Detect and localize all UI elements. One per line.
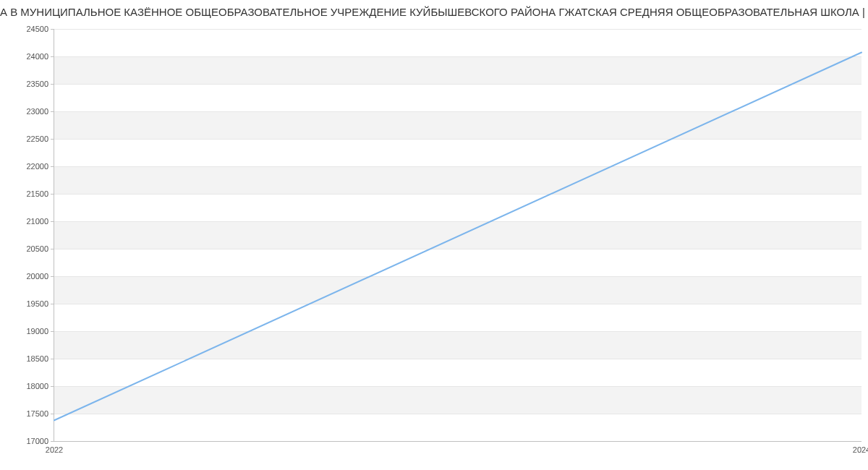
x-tick-label: 2024 xyxy=(853,445,868,454)
y-tick-mark xyxy=(51,139,54,140)
y-tick-label: 19000 xyxy=(26,327,48,336)
y-tick-mark xyxy=(51,249,54,249)
y-tick-mark xyxy=(51,29,54,30)
y-tick-label: 18000 xyxy=(26,382,48,390)
chart-title: А В МУНИЦИПАЛЬНОЕ КАЗЁННОЕ ОБЩЕОБРАЗОВАТ… xyxy=(0,6,868,18)
y-tick-mark xyxy=(51,84,54,85)
y-tick-mark xyxy=(51,331,54,332)
y-tick-label: 22500 xyxy=(26,134,48,143)
y-tick-mark xyxy=(51,414,54,414)
y-tick-mark xyxy=(51,304,54,304)
y-tick-label: 24000 xyxy=(26,52,48,61)
y-tick-mark xyxy=(51,386,54,387)
y-tick-label: 21500 xyxy=(26,189,48,198)
x-tick-label: 2022 xyxy=(46,445,63,454)
y-tick-mark xyxy=(51,359,54,359)
y-tick-label: 21000 xyxy=(26,217,48,226)
y-tick-mark xyxy=(51,56,54,57)
y-tick-label: 22000 xyxy=(26,162,48,171)
plot-area: 1700017500180001850019000195002000020500… xyxy=(54,29,861,442)
y-tick-label: 20000 xyxy=(26,272,48,281)
series-line xyxy=(54,29,861,441)
y-tick-mark xyxy=(51,276,54,277)
y-tick-label: 23500 xyxy=(26,80,48,88)
y-tick-label: 19500 xyxy=(26,299,48,308)
y-tick-mark xyxy=(51,166,54,167)
y-tick-label: 18500 xyxy=(26,354,48,363)
y-tick-mark xyxy=(51,194,54,195)
y-tick-label: 20500 xyxy=(26,244,48,253)
y-tick-label: 23000 xyxy=(26,107,48,116)
y-tick-mark xyxy=(51,111,54,112)
y-tick-label: 17000 xyxy=(26,437,48,445)
y-tick-mark xyxy=(51,441,54,442)
y-tick-label: 24500 xyxy=(26,25,48,33)
y-tick-mark xyxy=(51,221,54,222)
y-tick-label: 17500 xyxy=(26,409,48,418)
